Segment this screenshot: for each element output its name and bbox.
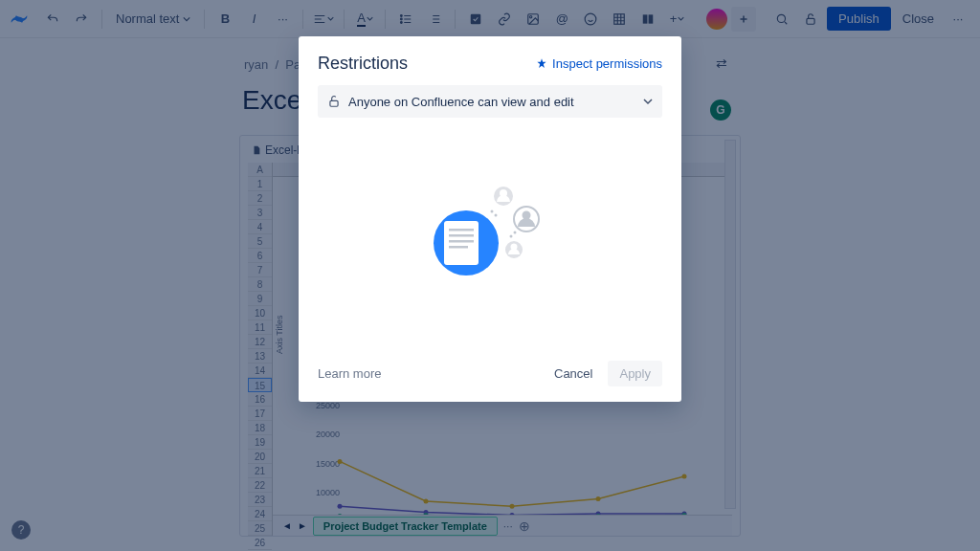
svg-rect-35 [449, 229, 474, 231]
learn-more-link[interactable]: Learn more [318, 366, 381, 381]
svg-rect-37 [449, 240, 474, 243]
svg-rect-36 [449, 234, 474, 237]
chevron-down-icon [643, 97, 653, 106]
svg-rect-32 [330, 100, 338, 106]
unlocked-icon [327, 95, 341, 108]
svg-rect-38 [449, 246, 468, 249]
svg-point-47 [514, 231, 517, 234]
inspect-permissions-link[interactable]: Inspect permissions [535, 56, 662, 71]
restriction-level-select[interactable]: Anyone on Confluence can view and edit [318, 85, 662, 118]
svg-rect-34 [444, 221, 479, 265]
cancel-button[interactable]: Cancel [545, 361, 602, 386]
restrictions-dialog: Restrictions Inspect permissions Anyone … [299, 36, 681, 402]
svg-point-48 [510, 235, 513, 238]
dialog-title: Restrictions [318, 54, 408, 74]
restriction-current-value: Anyone on Confluence can view and edit [348, 95, 574, 109]
apply-button[interactable]: Apply [608, 361, 662, 386]
svg-point-46 [495, 214, 498, 217]
restrictions-illustration [299, 118, 681, 349]
svg-point-45 [491, 210, 494, 213]
